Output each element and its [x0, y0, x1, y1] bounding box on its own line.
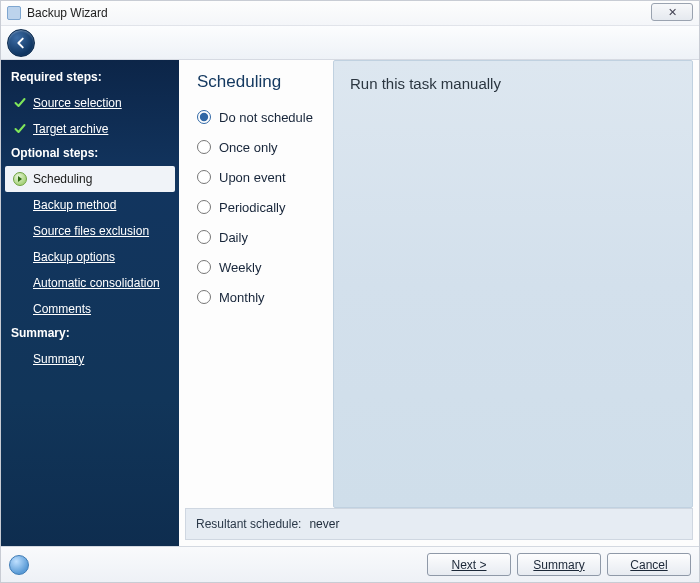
arrow-left-icon: [14, 36, 28, 50]
radio-input[interactable]: [197, 290, 211, 304]
option-label: Weekly: [219, 260, 261, 275]
content-pane: Run this task manually Scheduling Do not…: [179, 60, 699, 546]
sidebar-item-source-selection[interactable]: Source selection: [1, 90, 179, 116]
resultant-value: never: [309, 517, 339, 531]
sidebar-item-label: Source selection: [33, 94, 122, 112]
option-label: Daily: [219, 230, 248, 245]
radio-input[interactable]: [197, 110, 211, 124]
sidebar-item-label: Comments: [33, 300, 91, 318]
radio-input[interactable]: [197, 140, 211, 154]
resultant-schedule: Resultant schedule: never: [185, 508, 693, 540]
resultant-label: Resultant schedule:: [196, 517, 301, 531]
sidebar-item-backup-options[interactable]: Backup options: [1, 244, 179, 270]
sidebar-item-label: Summary: [33, 350, 84, 368]
summary-button[interactable]: Summary: [517, 553, 601, 576]
sidebar-item-label: Target archive: [33, 120, 108, 138]
close-button[interactable]: ✕: [651, 3, 693, 21]
section-title: Scheduling: [179, 60, 329, 100]
sidebar-item-scheduling[interactable]: Scheduling: [5, 166, 175, 192]
option-do-not-schedule[interactable]: Do not schedule: [197, 102, 329, 132]
sidebar-item-label: Scheduling: [33, 170, 92, 188]
sidebar-item-automatic-consolidation[interactable]: Automatic consolidation: [1, 270, 179, 296]
option-upon-event[interactable]: Upon event: [197, 162, 329, 192]
radio-input[interactable]: [197, 230, 211, 244]
wizard-footer: Next > Summary Cancel: [1, 546, 699, 582]
wizard-header: [1, 26, 699, 60]
help-button[interactable]: [9, 555, 29, 575]
sidebar-item-backup-method[interactable]: Backup method: [1, 192, 179, 218]
option-label: Periodically: [219, 200, 285, 215]
description-panel: Run this task manually: [333, 60, 693, 508]
option-label: Once only: [219, 140, 278, 155]
option-once-only[interactable]: Once only: [197, 132, 329, 162]
radio-input[interactable]: [197, 260, 211, 274]
sidebar-heading-summary: Summary:: [1, 322, 179, 346]
radio-input[interactable]: [197, 170, 211, 184]
window-title: Backup Wizard: [27, 6, 108, 20]
check-icon: [13, 96, 27, 110]
schedule-options: Do not schedule Once only Upon event Per…: [179, 100, 329, 312]
app-icon: [7, 6, 21, 20]
sidebar-heading-required: Required steps:: [1, 66, 179, 90]
close-icon: ✕: [668, 6, 677, 19]
next-button[interactable]: Next >: [427, 553, 511, 576]
option-weekly[interactable]: Weekly: [197, 252, 329, 282]
cancel-button[interactable]: Cancel: [607, 553, 691, 576]
option-label: Monthly: [219, 290, 265, 305]
description-text: Run this task manually: [334, 61, 692, 106]
option-label: Do not schedule: [219, 110, 313, 125]
main-area: Required steps: Source selection Target …: [1, 60, 699, 546]
sidebar-item-source-files-exclusion[interactable]: Source files exclusion: [1, 218, 179, 244]
radio-input[interactable]: [197, 200, 211, 214]
back-button[interactable]: [7, 29, 35, 57]
option-daily[interactable]: Daily: [197, 222, 329, 252]
current-step-icon: [13, 172, 27, 186]
sidebar-item-comments[interactable]: Comments: [1, 296, 179, 322]
sidebar: Required steps: Source selection Target …: [1, 60, 179, 546]
sidebar-heading-optional: Optional steps:: [1, 142, 179, 166]
sidebar-item-summary[interactable]: Summary: [1, 346, 179, 372]
sidebar-item-label: Source files exclusion: [33, 222, 149, 240]
sidebar-item-label: Automatic consolidation: [33, 274, 160, 292]
titlebar: Backup Wizard ✕: [1, 1, 699, 26]
option-monthly[interactable]: Monthly: [197, 282, 329, 312]
option-label: Upon event: [219, 170, 286, 185]
sidebar-item-target-archive[interactable]: Target archive: [1, 116, 179, 142]
sidebar-item-label: Backup method: [33, 196, 116, 214]
sidebar-item-label: Backup options: [33, 248, 115, 266]
option-periodically[interactable]: Periodically: [197, 192, 329, 222]
check-icon: [13, 122, 27, 136]
